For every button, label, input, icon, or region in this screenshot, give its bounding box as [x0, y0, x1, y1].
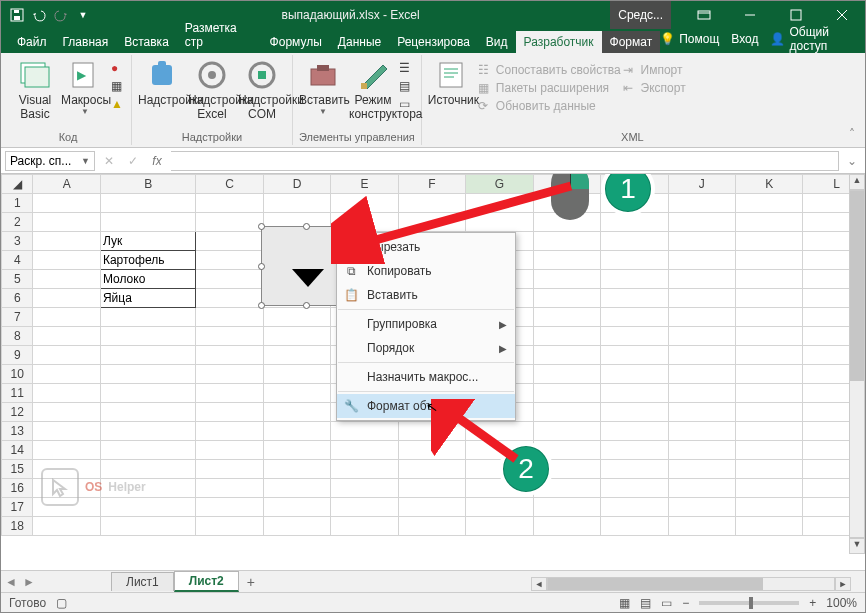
- sheet-tab-2[interactable]: Лист2: [174, 571, 239, 592]
- view-page-layout-icon[interactable]: ▤: [640, 596, 651, 610]
- chevron-down-icon[interactable]: ▼: [81, 156, 90, 166]
- name-box[interactable]: Раскр. сп...▼: [5, 151, 95, 171]
- cell-b4[interactable]: Картофель: [100, 251, 196, 270]
- cell-b5[interactable]: Молоко: [100, 270, 196, 289]
- view-normal-icon[interactable]: ▦: [619, 596, 630, 610]
- col-header[interactable]: A: [33, 175, 100, 194]
- visual-basic-button[interactable]: Visual Basic: [11, 57, 59, 121]
- tab-view[interactable]: Вид: [478, 31, 516, 53]
- collapse-ribbon-icon[interactable]: ˄: [843, 55, 861, 145]
- record-macro-button[interactable]: ●: [111, 61, 125, 75]
- ctx-order[interactable]: Порядок▶: [337, 336, 515, 360]
- col-header[interactable]: G: [466, 175, 533, 194]
- worksheet-grid[interactable]: ◢ A B C D E F G H I J K L 1 2 3Лук 4Карт…: [1, 174, 865, 554]
- ctx-copy[interactable]: ⧉Копировать: [337, 259, 515, 283]
- tell-me[interactable]: 💡Помощ: [660, 32, 719, 46]
- col-header[interactable]: E: [331, 175, 398, 194]
- scroll-thumb[interactable]: [548, 578, 763, 590]
- ctx-assign-macro[interactable]: Назначить макрос...: [337, 365, 515, 389]
- view-page-break-icon[interactable]: ▭: [661, 596, 672, 610]
- save-icon[interactable]: [9, 7, 25, 23]
- zoom-in-icon[interactable]: +: [809, 596, 816, 610]
- col-header[interactable]: K: [735, 175, 802, 194]
- view-code-button[interactable]: ▤: [399, 79, 413, 93]
- relative-refs-button[interactable]: ▦: [111, 79, 125, 93]
- redo-icon[interactable]: [53, 7, 69, 23]
- fx-icon[interactable]: fx: [147, 154, 167, 168]
- formula-input[interactable]: [171, 151, 839, 171]
- design-mode-button[interactable]: Режим конструктора: [349, 57, 397, 121]
- zoom-slider[interactable]: [699, 601, 799, 605]
- sheet-nav-prev-icon[interactable]: ◄: [5, 575, 17, 589]
- resize-handle[interactable]: [258, 263, 265, 270]
- row-header[interactable]: 13: [2, 422, 33, 441]
- tab-data[interactable]: Данные: [330, 31, 389, 53]
- row-header[interactable]: 5: [2, 270, 33, 289]
- tab-file[interactable]: Файл: [9, 31, 55, 53]
- ctx-cut[interactable]: ✂Вырезать: [337, 235, 515, 259]
- row-header[interactable]: 11: [2, 384, 33, 403]
- zoom-level[interactable]: 100%: [826, 596, 857, 610]
- excel-addins-button[interactable]: Надстройки Excel: [188, 57, 236, 121]
- add-sheet-button[interactable]: +: [239, 574, 263, 590]
- tab-page-layout[interactable]: Разметка стр: [177, 17, 262, 53]
- row-header[interactable]: 1: [2, 194, 33, 213]
- resize-handle[interactable]: [258, 302, 265, 309]
- scroll-up-icon[interactable]: ▲: [849, 174, 865, 190]
- run-dialog-button[interactable]: ▭: [399, 97, 413, 111]
- scroll-thumb[interactable]: [850, 191, 864, 381]
- zoom-out-icon[interactable]: −: [682, 596, 689, 610]
- row-header[interactable]: 15: [2, 460, 33, 479]
- tab-home[interactable]: Главная: [55, 31, 117, 53]
- row-header[interactable]: 8: [2, 327, 33, 346]
- resize-handle[interactable]: [303, 302, 310, 309]
- com-addins-button[interactable]: Надстройки COM: [238, 57, 286, 121]
- macro-security-button[interactable]: ▲: [111, 97, 125, 111]
- resize-handle[interactable]: [347, 223, 354, 230]
- cancel-formula-icon[interactable]: ✕: [99, 154, 119, 168]
- insert-control-button[interactable]: Вставить▼: [299, 57, 347, 116]
- tab-review[interactable]: Рецензирова: [389, 31, 478, 53]
- cell-b3[interactable]: Лук: [100, 232, 196, 251]
- row-header[interactable]: 4: [2, 251, 33, 270]
- cell-b6[interactable]: Яйца: [100, 289, 196, 308]
- addins-button[interactable]: Надстройки: [138, 57, 186, 107]
- qat-dropdown-icon[interactable]: ▼: [75, 7, 91, 23]
- share-button[interactable]: 👤Общий доступ: [770, 25, 857, 53]
- row-header[interactable]: 17: [2, 498, 33, 517]
- undo-icon[interactable]: [31, 7, 47, 23]
- tab-format[interactable]: Формат: [602, 31, 661, 53]
- row-header[interactable]: 3: [2, 232, 33, 251]
- ctx-group[interactable]: Группировка▶: [337, 312, 515, 336]
- row-header[interactable]: 7: [2, 308, 33, 327]
- resize-handle[interactable]: [303, 223, 310, 230]
- expand-formula-bar-icon[interactable]: ⌄: [843, 154, 861, 168]
- col-header[interactable]: B: [100, 175, 196, 194]
- horizontal-scrollbar[interactable]: ◄ ►: [531, 576, 851, 592]
- row-header[interactable]: 14: [2, 441, 33, 460]
- col-header[interactable]: J: [668, 175, 735, 194]
- row-header[interactable]: 6: [2, 289, 33, 308]
- tab-developer[interactable]: Разработчик: [516, 31, 602, 53]
- scroll-right-icon[interactable]: ►: [835, 577, 851, 591]
- col-header[interactable]: D: [263, 175, 330, 194]
- tab-insert[interactable]: Вставка: [116, 31, 177, 53]
- row-header[interactable]: 9: [2, 346, 33, 365]
- scroll-left-icon[interactable]: ◄: [531, 577, 547, 591]
- sheet-tab-1[interactable]: Лист1: [111, 572, 174, 591]
- tab-formulas[interactable]: Формулы: [262, 31, 330, 53]
- macro-record-status-icon[interactable]: ▢: [56, 596, 67, 610]
- resize-handle[interactable]: [258, 223, 265, 230]
- scroll-down-icon[interactable]: ▼: [849, 538, 865, 554]
- row-header[interactable]: 10: [2, 365, 33, 384]
- col-header[interactable]: F: [398, 175, 465, 194]
- ctx-paste[interactable]: 📋Вставить: [337, 283, 515, 307]
- vertical-scrollbar[interactable]: ▲ ▼: [849, 174, 865, 554]
- properties-button[interactable]: ☰: [399, 61, 413, 75]
- sheet-nav-next-icon[interactable]: ►: [23, 575, 35, 589]
- sign-in[interactable]: Вход: [731, 32, 758, 46]
- enter-formula-icon[interactable]: ✓: [123, 154, 143, 168]
- xml-source-button[interactable]: Источник: [428, 57, 476, 107]
- col-header[interactable]: C: [196, 175, 263, 194]
- row-header[interactable]: 2: [2, 213, 33, 232]
